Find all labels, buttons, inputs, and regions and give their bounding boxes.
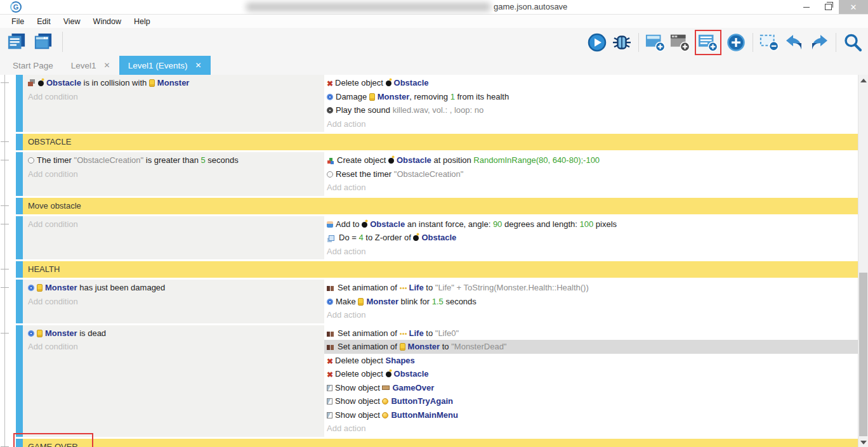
project-manager-icon[interactable] [6, 32, 27, 52]
menu-edit[interactable]: Edit [30, 17, 57, 26]
action-row[interactable]: Set animation of Monster to "MonsterDead… [324, 340, 858, 354]
comment-row[interactable]: HEALTH [16, 261, 858, 278]
event-text: Delete object [335, 356, 386, 365]
add-condition-button[interactable]: Add condition [28, 90, 324, 104]
comment-row[interactable]: OBSTACLE [16, 134, 858, 150]
object-name: Obstacle [370, 219, 405, 229]
comment-row[interactable]: GAME OVER [16, 439, 858, 447]
action-row[interactable]: Delete object Obstacle [327, 367, 858, 381]
tab-close-icon[interactable]: ✕ [104, 61, 110, 70]
add-action-button[interactable]: Add action [327, 117, 858, 131]
add-event-button[interactable] [726, 32, 746, 53]
actions-column: Set animation of Life to "Life" + ToStri… [324, 280, 858, 323]
add-condition-button[interactable]: Add condition [28, 340, 324, 354]
delete-icon [327, 354, 333, 368]
toolbar-right [587, 30, 863, 55]
delete-selection-button[interactable] [760, 32, 780, 53]
object-name: Obstacle [46, 78, 81, 87]
toolbar-separator [62, 32, 63, 52]
search-button[interactable] [843, 32, 863, 53]
action-row[interactable]: Delete object Shapes [327, 354, 858, 368]
tab-start-page[interactable]: Start Page [4, 56, 62, 75]
add-action-button[interactable]: Add action [327, 308, 858, 322]
condition-row[interactable]: Monster has just been damaged [28, 281, 324, 295]
action-row[interactable]: Show object ButtonMainMenu [327, 408, 858, 422]
tab-bar: Start PageLevel1✕Level1 (Events)✕ [0, 56, 868, 75]
add-condition-button[interactable]: Add condition [28, 167, 324, 181]
tree-tick [1, 205, 9, 206]
action-row[interactable]: Reset the timer "ObstacleCreation" [327, 167, 858, 181]
behavior-icon [28, 330, 34, 337]
action-row[interactable]: Make Monster blink for 1.5 seconds [327, 295, 858, 309]
menu-window[interactable]: Window [87, 17, 128, 26]
event-text: Add to [336, 219, 362, 229]
action-row[interactable]: Do = 4 to Z-order of Obstacle [327, 231, 858, 245]
vertical-scrollbar[interactable] [858, 75, 868, 447]
event-text: killed.wav, vol.: , loop: no [393, 105, 484, 115]
redo-button[interactable] [809, 32, 829, 53]
scroll-down-arrow-icon[interactable] [860, 441, 867, 444]
event-text: Do [339, 233, 352, 242]
add-comment-event-button[interactable] [670, 32, 690, 53]
action-row[interactable]: Delete object Obstacle [327, 76, 858, 90]
close-button[interactable]: ✕ [839, 0, 868, 14]
minimize-button[interactable] [796, 0, 817, 14]
actions-column: Delete object ObstacleDamage Monster, re… [324, 75, 858, 132]
monster-icon [369, 93, 375, 101]
add-scene-event-button[interactable] [645, 32, 666, 53]
force-icon [327, 221, 333, 228]
add-standard-event-button[interactable] [698, 32, 718, 53]
event-text: has just been damaged [77, 283, 166, 292]
object-name: Life [409, 283, 424, 292]
action-row[interactable]: Create object Obstacle at position Rando… [327, 153, 858, 167]
sound-icon [327, 107, 333, 113]
add-action-button[interactable]: Add action [327, 181, 858, 195]
event-text: "ObstacleCreation" [74, 155, 144, 165]
tab-label: Level1 (Events) [128, 61, 188, 70]
event-row: Monster is deadAdd conditionSet animatio… [16, 325, 858, 437]
menu-help[interactable]: Help [128, 17, 157, 26]
comment-row[interactable]: Move obstacle [16, 198, 858, 214]
event-text: Set animation of [338, 342, 400, 351]
action-row[interactable]: Add to Obstacle an instant force, angle:… [327, 217, 858, 231]
action-row[interactable]: Set animation of Life to "Life0" [327, 327, 858, 340]
undo-button[interactable] [784, 32, 805, 53]
menu-file[interactable]: File [5, 17, 30, 26]
debugger-button[interactable] [612, 32, 632, 53]
menu-view[interactable]: View [57, 17, 87, 26]
preview-button[interactable] [587, 32, 607, 53]
action-row[interactable]: Set animation of Life to "Life" + ToStri… [327, 281, 858, 295]
event-text: RandomInRange(80, 640-80);-100 [473, 155, 600, 165]
event-text: 1.5 [432, 297, 444, 306]
tab-level1-events-[interactable]: Level1 (Events)✕ [119, 56, 211, 75]
button-icon [382, 412, 388, 418]
condition-row[interactable]: Monster is dead [28, 327, 324, 340]
event-row: Add conditionAdd to Obstacle an instant … [16, 216, 858, 260]
maximize-button[interactable] [817, 0, 839, 14]
condition-row[interactable]: The timer "ObstacleCreation" is greater … [28, 153, 324, 167]
event-text: 90 [493, 219, 502, 229]
tree-tick [1, 224, 9, 224]
events-sheet: Obstacle is in collision with MonsterAdd… [0, 75, 858, 447]
add-condition-button[interactable]: Add condition [28, 217, 324, 231]
condition-row[interactable]: Obstacle is in collision with Monster [28, 76, 324, 90]
start-page-icon[interactable] [33, 32, 53, 52]
scrollbar-thumb[interactable] [859, 273, 867, 436]
scroll-up-arrow-icon[interactable] [860, 79, 867, 82]
action-row[interactable]: Play the sound killed.wav, vol.: , loop:… [327, 103, 858, 117]
tab-level1[interactable]: Level1✕ [62, 56, 119, 75]
action-row[interactable]: Show object GameOver [327, 381, 858, 395]
object-name: Monster [366, 297, 398, 306]
action-row[interactable]: Show object ButtonTryAgain [327, 394, 858, 408]
action-row[interactable]: Damage Monster, removing 1 from its heal… [327, 90, 858, 104]
add-action-button[interactable]: Add action [327, 245, 858, 259]
show-icon [327, 398, 332, 405]
event-text: Damage [336, 92, 369, 101]
event-text: to [424, 283, 435, 292]
event-text: Show object [335, 383, 382, 392]
add-condition-button[interactable]: Add condition [28, 295, 324, 309]
tab-close-icon[interactable]: ✕ [195, 61, 201, 70]
add-action-button[interactable]: Add action [327, 422, 858, 436]
event-text: "MonsterDead" [451, 342, 506, 351]
event-text: degrees and length: [502, 219, 579, 229]
